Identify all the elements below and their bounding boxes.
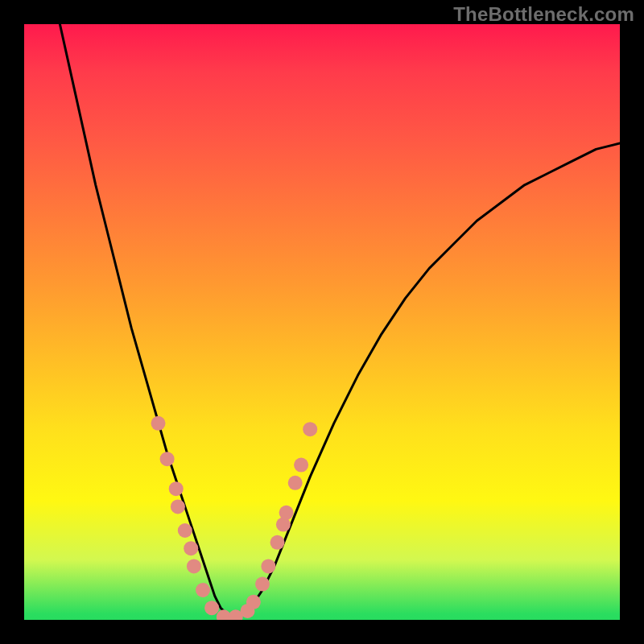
marker-dot — [151, 416, 166, 431]
marker-dot — [171, 499, 185, 514]
chart-container: TheBottleneck.com — [0, 0, 644, 644]
marker-dot — [303, 422, 317, 436]
marker-dot — [204, 601, 219, 615]
bottleneck-curve — [60, 24, 620, 617]
marker-dot — [270, 535, 285, 550]
marker-dot — [288, 476, 303, 490]
marker-dot — [178, 523, 192, 538]
watermark-text: TheBottleneck.com — [453, 3, 634, 26]
marker-dot — [196, 583, 210, 597]
marker-dot — [184, 541, 198, 555]
marker-dot — [246, 595, 261, 609]
marker-dot — [294, 458, 308, 473]
marker-dot — [255, 577, 270, 592]
marker-dot — [187, 559, 201, 573]
plot-area — [24, 24, 620, 620]
marker-dot — [261, 559, 275, 573]
marker-dot — [279, 506, 294, 520]
marker-dot — [160, 452, 175, 466]
curve-svg — [24, 24, 620, 620]
marker-dot — [169, 481, 184, 496]
